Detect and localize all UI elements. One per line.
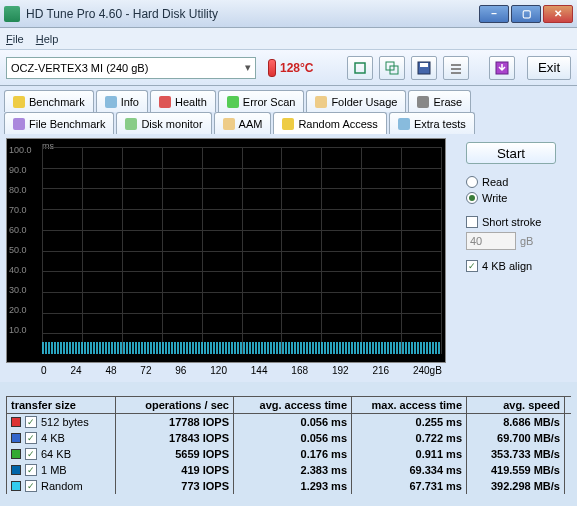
tab-icon xyxy=(13,96,25,108)
th-max-access: max. access time xyxy=(352,397,467,413)
tab-label: Folder Usage xyxy=(331,96,397,108)
svg-rect-0 xyxy=(355,63,365,73)
menu-help[interactable]: Help xyxy=(36,33,59,45)
write-label: Write xyxy=(482,192,507,204)
cell-spd: 392.298 MB/s xyxy=(467,478,565,494)
short-stroke-input[interactable] xyxy=(466,232,516,250)
cell-spd: 8.686 MB/s xyxy=(467,414,565,430)
y-tick: 20.0 xyxy=(9,305,27,315)
cell-ops: 773 IOPS xyxy=(116,478,234,494)
cell-avg: 1.293 ms xyxy=(234,478,352,494)
table-row: ✓64 KB5659 IOPS0.176 ms0.911 ms353.733 M… xyxy=(6,446,571,462)
tab-label: Disk monitor xyxy=(141,118,202,130)
short-stroke-label: Short stroke xyxy=(482,216,541,228)
cell-avg: 0.056 ms xyxy=(234,430,352,446)
y-tick: 80.0 xyxy=(9,185,27,195)
close-button[interactable]: ✕ xyxy=(543,5,573,23)
tab-label: Error Scan xyxy=(243,96,296,108)
tab-extra-tests[interactable]: Extra tests xyxy=(389,112,475,134)
tab-folder-usage[interactable]: Folder Usage xyxy=(306,90,406,112)
tab-icon xyxy=(227,96,239,108)
chart-x-axis: 024487296120144168192216240gB xyxy=(6,363,446,376)
th-transfer-size: transfer size xyxy=(6,397,116,413)
minimize-button[interactable]: – xyxy=(479,5,509,23)
tab-label: File Benchmark xyxy=(29,118,105,130)
row-checkbox[interactable]: ✓ xyxy=(25,432,37,444)
row-checkbox[interactable]: ✓ xyxy=(25,416,37,428)
x-tick: 168 xyxy=(291,365,308,376)
cell-avg: 0.056 ms xyxy=(234,414,352,430)
drive-select-value: OCZ-VERTEX3 MI (240 gB) xyxy=(11,62,148,74)
y-tick: 90.0 xyxy=(9,165,27,175)
table-header: transfer size operations / sec avg. acce… xyxy=(6,396,571,414)
cell-max: 0.722 ms xyxy=(352,430,467,446)
tab-health[interactable]: Health xyxy=(150,90,216,112)
tab-file-benchmark[interactable]: File Benchmark xyxy=(4,112,114,134)
cell-ops: 17788 IOPS xyxy=(116,414,234,430)
cell-max: 0.255 ms xyxy=(352,414,467,430)
cell-spd: 69.700 MB/s xyxy=(467,430,565,446)
svg-rect-7 xyxy=(451,72,461,74)
cell-ops: 419 IOPS xyxy=(116,462,234,478)
y-tick: 100.0 xyxy=(9,145,32,155)
tab-icon xyxy=(105,96,117,108)
short-stroke-row[interactable]: Short stroke xyxy=(466,216,571,228)
tab-label: Info xyxy=(121,96,139,108)
tab-label: Benchmark xyxy=(29,96,85,108)
options-button[interactable] xyxy=(443,56,469,80)
row-color-icon xyxy=(11,449,21,459)
copy-info-button[interactable] xyxy=(347,56,373,80)
tabs-row-1: BenchmarkInfoHealthError ScanFolder Usag… xyxy=(0,86,577,112)
cell-spd: 419.559 MB/s xyxy=(467,462,565,478)
tabs-row-2: File BenchmarkDisk monitorAAMRandom Acce… xyxy=(0,112,577,134)
write-radio[interactable] xyxy=(466,192,478,204)
tab-icon xyxy=(282,118,294,130)
tab-benchmark[interactable]: Benchmark xyxy=(4,90,94,112)
menu-file[interactable]: File xyxy=(6,33,24,45)
align-checkbox[interactable]: ✓ xyxy=(466,260,478,272)
tab-random-access[interactable]: Random Access xyxy=(273,112,386,134)
align-row[interactable]: ✓ 4 KB align xyxy=(466,260,571,272)
tab-icon xyxy=(223,118,235,130)
row-checkbox[interactable]: ✓ xyxy=(25,464,37,476)
cell-max: 0.911 ms xyxy=(352,446,467,462)
tab-info[interactable]: Info xyxy=(96,90,148,112)
short-stroke-input-row: gB xyxy=(466,232,571,250)
read-label: Read xyxy=(482,176,508,188)
th-avg-access: avg. access time xyxy=(234,397,352,413)
save-screenshot-button[interactable] xyxy=(489,56,515,80)
exit-button[interactable]: Exit xyxy=(527,56,571,80)
toolbar: OCZ-VERTEX3 MI (240 gB) 128°C Exit xyxy=(0,50,577,86)
copy-screenshot-button[interactable] xyxy=(379,56,405,80)
tab-icon xyxy=(398,118,410,130)
chart-panel: ms 100.090.080.070.060.050.040.030.020.0… xyxy=(6,138,458,376)
save-button[interactable] xyxy=(411,56,437,80)
row-checkbox[interactable]: ✓ xyxy=(25,480,37,492)
read-radio-row[interactable]: Read xyxy=(466,176,571,188)
tab-aam[interactable]: AAM xyxy=(214,112,272,134)
start-button[interactable]: Start xyxy=(466,142,556,164)
side-panel: Start Read Write Short stroke gB ✓ 4 KB … xyxy=(466,138,571,376)
cell-size: 64 KB xyxy=(41,448,71,460)
short-stroke-checkbox[interactable] xyxy=(466,216,478,228)
maximize-button[interactable]: ▢ xyxy=(511,5,541,23)
cell-max: 69.334 ms xyxy=(352,462,467,478)
content-area: ms 100.090.080.070.060.050.040.030.020.0… xyxy=(0,134,577,382)
tab-label: Erase xyxy=(433,96,462,108)
write-radio-row[interactable]: Write xyxy=(466,192,571,204)
x-tick: 192 xyxy=(332,365,349,376)
x-tick: 216 xyxy=(372,365,389,376)
table-row: ✓Random773 IOPS1.293 ms67.731 ms392.298 … xyxy=(6,478,571,494)
table-row: ✓1 MB419 IOPS2.383 ms69.334 ms419.559 MB… xyxy=(6,462,571,478)
tab-error-scan[interactable]: Error Scan xyxy=(218,90,305,112)
read-radio[interactable] xyxy=(466,176,478,188)
tab-erase[interactable]: Erase xyxy=(408,90,471,112)
tab-icon xyxy=(315,96,327,108)
tab-disk-monitor[interactable]: Disk monitor xyxy=(116,112,211,134)
drive-select[interactable]: OCZ-VERTEX3 MI (240 gB) xyxy=(6,57,256,79)
row-checkbox[interactable]: ✓ xyxy=(25,448,37,460)
row-color-icon xyxy=(11,417,21,427)
y-tick: 40.0 xyxy=(9,265,27,275)
y-tick: 70.0 xyxy=(9,205,27,215)
x-tick: 144 xyxy=(251,365,268,376)
